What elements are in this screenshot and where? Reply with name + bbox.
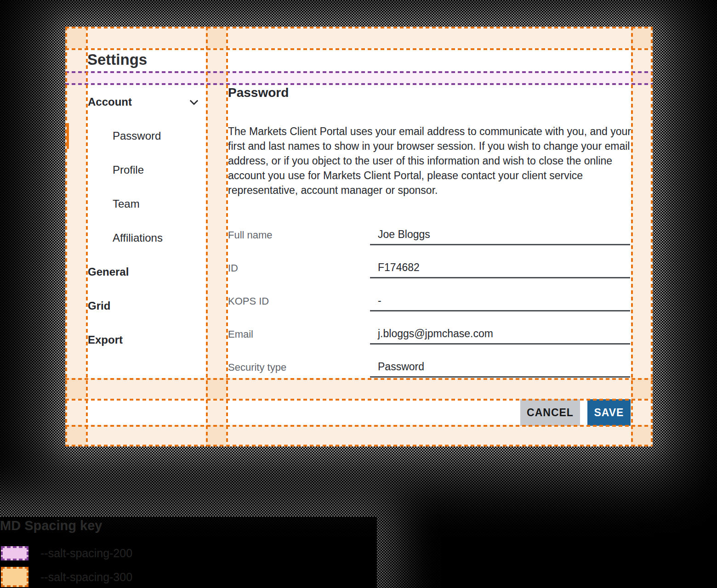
guide-line-top-edge: [65, 27, 653, 28]
sidebar-item-general[interactable]: General: [86, 259, 206, 285]
sidebar-item-profile[interactable]: Profile: [86, 157, 206, 183]
field-label: KOPS ID: [228, 291, 269, 311]
field-label: Security type: [228, 357, 286, 378]
guide-line-spacing200-top: [65, 71, 653, 73]
spacing-300-column-middle: [206, 27, 226, 447]
sidebar-item-export[interactable]: Export: [86, 327, 206, 353]
guide-line-left-edge: [65, 27, 67, 447]
sidebar-item-label: Affiliations: [113, 232, 163, 244]
sidebar-item-grid[interactable]: Grid: [86, 293, 206, 319]
sidebar-item-affiliations[interactable]: Affiliations: [86, 225, 206, 251]
sidebar-item-label: Grid: [88, 300, 110, 312]
save-button[interactable]: SAVE: [587, 399, 631, 426]
spacing-300-band-top: [65, 27, 653, 48]
sidebar-item-label: Account: [88, 96, 132, 108]
kops-id-input[interactable]: -: [370, 291, 630, 311]
full-name-input[interactable]: Joe Bloggs: [370, 225, 630, 245]
sidebar-item-label: General: [88, 266, 129, 278]
sidebar-item-label: Export: [88, 334, 123, 346]
panel-description: The Markets Client Portal uses your emai…: [228, 124, 633, 198]
legend-label-spacing-200: --salt-spacing-200: [40, 546, 132, 560]
spacing-300-band-above-buttons: [65, 378, 653, 399]
email-input[interactable]: j.bloggs@jpmchase.com: [370, 324, 630, 345]
id-input[interactable]: F174682: [370, 258, 630, 278]
field-label: Full name: [228, 225, 273, 245]
legend-label-spacing-300: --salt-spacing-300: [40, 567, 132, 587]
spacing-300-column-right: [631, 27, 652, 447]
form-row-email: Email j.bloggs@jpmchase.com: [228, 324, 631, 345]
form-row-full-name: Full name Joe Bloggs: [228, 225, 631, 245]
dialog-title: Settings: [87, 48, 147, 71]
spacing-200-swatch: [1, 546, 28, 560]
sidebar-item-label: Password: [113, 130, 161, 142]
security-type-input[interactable]: Password: [370, 357, 630, 378]
page: Settings Account Password Profile Team A…: [0, 0, 717, 588]
guide-line-spacing200-bottom: [65, 83, 653, 85]
form-row-kops-id: KOPS ID -: [228, 291, 631, 311]
sidebar-item-team[interactable]: Team: [86, 191, 206, 217]
form-row-id: ID F174682: [228, 258, 631, 278]
sidebar-item-password[interactable]: Password: [86, 123, 206, 149]
settings-dialog: Settings Account Password Profile Team A…: [65, 27, 653, 447]
active-item-indicator: [67, 123, 69, 149]
spacing-200-band: [65, 71, 653, 85]
spacing-key-legend: MD Spacing key --salt-spacing-200 --salt…: [0, 518, 322, 588]
chevron-down-icon[interactable]: [188, 96, 200, 108]
panel-heading: Password: [228, 85, 289, 100]
legend-title: MD Spacing key: [0, 518, 102, 533]
spacing-300-band-bottom: [65, 425, 653, 447]
form-row-security-type: Security type Password: [228, 357, 631, 378]
guide-line-sidebar-right: [206, 27, 208, 447]
field-label: ID: [228, 258, 238, 278]
guide-line-above-button-band: [65, 378, 653, 380]
guide-line-bottom-edge: [65, 445, 653, 447]
guide-line-right-edge: [651, 27, 653, 447]
spacing-300-column-left: [65, 27, 86, 447]
spacing-300-swatch: [1, 567, 28, 587]
settings-sidebar-nav: Account Password Profile Team Affiliatio…: [86, 89, 206, 361]
sidebar-item-label: Profile: [113, 164, 144, 176]
sidebar-item-account[interactable]: Account: [86, 89, 206, 115]
guide-line-content-right: [631, 27, 633, 447]
cancel-button[interactable]: CANCEL: [520, 399, 580, 426]
sidebar-item-label: Team: [113, 198, 140, 210]
guide-line-below-top-band: [65, 48, 653, 50]
field-label: Email: [228, 324, 253, 345]
